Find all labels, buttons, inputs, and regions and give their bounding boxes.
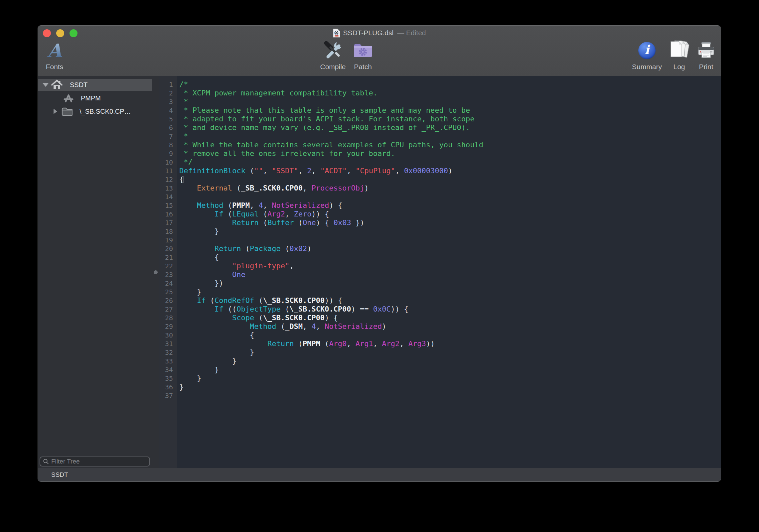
splitter[interactable] <box>152 76 159 468</box>
code-line[interactable]: 14 <box>159 193 721 201</box>
info-icon: i <box>638 39 656 62</box>
line-number: 32 <box>159 348 175 357</box>
code-line[interactable]: 36} <box>159 383 721 391</box>
line-number: 36 <box>159 383 175 391</box>
code-line[interactable]: 24 }) <box>159 279 721 288</box>
code-lines: 1/*2 * XCPM power management compatibili… <box>159 80 721 400</box>
code-line[interactable]: 13 External (_SB_.SCK0.CP00, ProcessorOb… <box>159 184 721 193</box>
code-line[interactable]: 7 * <box>159 132 721 141</box>
line-number: 10 <box>159 158 175 167</box>
line-number: 33 <box>159 357 175 365</box>
code-line[interactable]: 6 * and device name may vary (e.g. _SB_.… <box>159 123 721 132</box>
code-line[interactable]: 1/* <box>159 80 721 89</box>
filter-input[interactable] <box>51 458 147 465</box>
fonts-button[interactable]: A Fonts <box>39 39 70 71</box>
line-number: 5 <box>159 115 175 123</box>
code-line[interactable]: 29 Method (_DSM, 4, NotSerialized) <box>159 322 721 331</box>
line-number: 1 <box>159 80 175 89</box>
code-line[interactable]: 34 } <box>159 365 721 374</box>
line-number: 8 <box>159 141 175 149</box>
line-number: 29 <box>159 322 175 331</box>
code-line[interactable]: 22 "plugin-type", <box>159 262 721 270</box>
line-number: 22 <box>159 262 175 270</box>
code-line[interactable]: 3 * <box>159 97 721 106</box>
title-filename: SSDT-PLUG.dsl <box>343 29 393 37</box>
line-number: 13 <box>159 184 175 193</box>
code-line[interactable]: 15 Method (PMPM, 4, NotSerialized) { <box>159 201 721 210</box>
line-number: 28 <box>159 314 175 322</box>
disclosure-collapsed-icon[interactable] <box>54 109 57 114</box>
line-number: 27 <box>159 305 175 314</box>
code-line[interactable]: 17 Return (Buffer (One) { 0x03 }) <box>159 218 721 227</box>
code-line[interactable]: 35 } <box>159 374 721 383</box>
code-line[interactable]: 25 } <box>159 288 721 296</box>
tree-item-sb-sck0[interactable]: \_SB.SCK0.CP… <box>38 105 152 117</box>
title-edited-state: — Edited <box>397 29 426 37</box>
line-number: 17 <box>159 218 175 227</box>
line-number: 4 <box>159 106 175 115</box>
line-number: 23 <box>159 270 175 279</box>
code-line[interactable]: 31 Return (PMPM (Arg0, Arg1, Arg2, Arg3)… <box>159 339 721 348</box>
code-line[interactable]: 19 <box>159 236 721 244</box>
document-icon: DSL <box>333 29 340 38</box>
line-number: 9 <box>159 149 175 158</box>
print-button[interactable]: Print <box>686 39 721 71</box>
line-number: 24 <box>159 279 175 288</box>
code-line[interactable]: 18 } <box>159 227 721 236</box>
line-number: 11 <box>159 167 175 175</box>
line-number: 37 <box>159 391 175 400</box>
line-number: 21 <box>159 253 175 262</box>
zoom-button[interactable] <box>70 29 77 37</box>
line-number: 2 <box>159 89 175 97</box>
code-line[interactable]: 20 Return (Package (0x02) <box>159 244 721 253</box>
code-line[interactable]: 9 * remove all the ones irrelevant for y… <box>159 149 721 158</box>
tree-item-pmpm[interactable]: PMPM <box>38 92 152 104</box>
line-number: 19 <box>159 236 175 244</box>
code-line[interactable]: 27 If ((ObjectType (\_SB.SCK0.CP00) == 0… <box>159 305 721 314</box>
code-line[interactable]: 8 * While the table contains several exa… <box>159 141 721 149</box>
code-line[interactable]: 12{ <box>159 175 721 184</box>
code-line[interactable]: 23 One <box>159 270 721 279</box>
code-line[interactable]: 2 * XCPM power management compatibility … <box>159 89 721 97</box>
code-line[interactable]: 16 If (LEqual (Arg2, Zero)) { <box>159 210 721 218</box>
code-editor[interactable]: 1/*2 * XCPM power management compatibili… <box>159 76 721 468</box>
status-text: SSDT <box>51 471 68 478</box>
method-icon <box>63 93 74 103</box>
fonts-icon: A <box>47 39 62 62</box>
code-line[interactable]: 5 * adapted to fit your board's ACPI sta… <box>159 115 721 123</box>
code-line[interactable]: 21 { <box>159 253 721 262</box>
code-line[interactable]: 26 If (CondRefOf (\_SB.SCK0.CP00)) { <box>159 296 721 305</box>
patch-icon <box>352 39 374 62</box>
tree-item-ssdt[interactable]: SSDT <box>38 79 152 91</box>
maciasl-window: DSL SSDT-PLUG.dsl — Edited A Fonts <box>38 25 721 482</box>
line-number: 16 <box>159 210 175 218</box>
close-button[interactable] <box>43 29 51 37</box>
code-line[interactable]: 32 } <box>159 348 721 357</box>
disclosure-expanded-icon[interactable] <box>43 83 49 87</box>
line-number: 26 <box>159 296 175 305</box>
code-line[interactable]: 30 { <box>159 331 721 339</box>
line-number: 34 <box>159 365 175 374</box>
main-split-view: SSDT PMPM \_SB.SCK0.CP… <box>38 76 721 468</box>
printer-icon <box>696 39 716 62</box>
svg-text:DSL: DSL <box>335 35 338 37</box>
code-line[interactable]: 11DefinitionBlock ("", "SSDT", 2, "ACDT"… <box>159 167 721 175</box>
house-icon <box>51 79 63 90</box>
line-number: 12 <box>159 175 175 184</box>
code-line[interactable]: 28 Scope (\_SB.SCK0.CP00) { <box>159 314 721 322</box>
line-number: 31 <box>159 339 175 348</box>
line-number: 15 <box>159 201 175 210</box>
filter-tree-field[interactable] <box>40 457 150 466</box>
patch-button[interactable]: Patch <box>343 39 383 71</box>
line-number: 25 <box>159 288 175 296</box>
desktop-background: DSL SSDT-PLUG.dsl — Edited A Fonts <box>0 0 759 532</box>
splitter-handle-icon[interactable] <box>154 270 158 274</box>
line-number: 35 <box>159 374 175 383</box>
code-line[interactable]: 10 */ <box>159 158 721 167</box>
code-line[interactable]: 4 * Please note that this table is only … <box>159 106 721 115</box>
minimize-button[interactable] <box>56 29 64 37</box>
text-caret <box>184 176 184 183</box>
code-line[interactable]: 33 } <box>159 357 721 365</box>
code-line[interactable]: 37 <box>159 391 721 400</box>
line-number: 18 <box>159 227 175 236</box>
